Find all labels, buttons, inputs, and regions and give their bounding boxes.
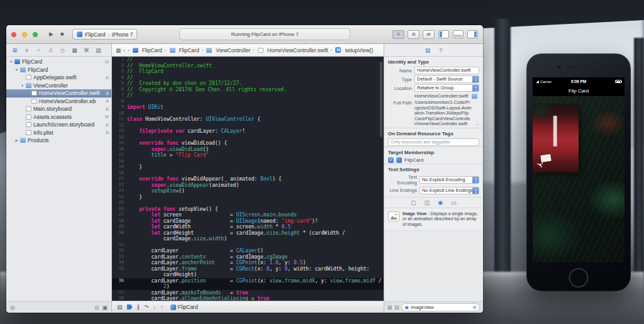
code-line[interactable]: 34 cardLayer.anchorPoint = CGPoint(x: 1.… xyxy=(112,260,384,266)
code-line[interactable]: 14 xyxy=(112,135,384,141)
disclosure-triangle-icon[interactable]: ▶ xyxy=(14,138,19,142)
navigator-row-appdelegate-swift[interactable]: AppDelegate.swiftA xyxy=(6,74,111,82)
toggle-inspector-button[interactable] xyxy=(467,30,478,38)
recent-files-icon[interactable]: ⊙ xyxy=(94,304,99,311)
code-line[interactable]: cardImage.size.width) xyxy=(112,236,384,242)
jumpbar-crumb[interactable]: FlipCard xyxy=(169,47,199,53)
code-line[interactable]: 32 cardLayer = CALayer() xyxy=(112,248,384,254)
pause-button-icon[interactable]: ∥ xyxy=(137,304,140,310)
code-line[interactable]: 11class HomeViewController: UIViewContro… xyxy=(112,116,384,123)
jumpbar-crumb[interactable]: HomeViewController.swift xyxy=(257,47,328,53)
code-line[interactable]: 10 xyxy=(112,111,384,117)
run-button[interactable]: ▶ xyxy=(47,30,55,38)
stop-button[interactable]: ■ xyxy=(58,30,65,38)
code-line[interactable]: 36 cardLayer.position = CGPoint(x: view.… xyxy=(112,278,384,284)
code-line[interactable]: 38 cardLayer.allowsEdgeAntialiasing = tr… xyxy=(112,296,384,301)
code-line[interactable]: 21 override func viewDidAppear(_ animate… xyxy=(112,176,384,182)
navigator-row-main-storyboard[interactable]: Main.storyboardA xyxy=(6,105,111,113)
code-line[interactable]: 2) xyxy=(112,284,384,290)
library-entry-image-view[interactable]: Image View - Displays a single image, or… xyxy=(384,208,483,232)
clear-filter-icon[interactable]: ⊗ xyxy=(472,304,477,310)
jumpbar-crumb[interactable]: ViewController xyxy=(206,47,250,53)
standard-editor-button[interactable]: ≡ xyxy=(392,30,404,39)
code-line[interactable]: 29 let cardWidth = screen.width * 0.5 xyxy=(112,224,384,230)
text-encoding-dropdown[interactable]: No Explicit Encoding xyxy=(419,176,479,184)
code-line[interactable]: 27 let screen = UIScreen.main.bounds xyxy=(112,212,384,218)
code-line[interactable]: 15 override func viewDidLoad() { xyxy=(112,140,384,147)
code-line[interactable]: 35 cardLayer.frame = CGRect(x: 0, y: 0, … xyxy=(112,266,384,272)
zoom-window-button[interactable] xyxy=(33,32,38,37)
navigator-filter-icon[interactable]: ◎ xyxy=(10,304,15,311)
hide-debug-area-icon[interactable]: ▤ xyxy=(117,304,123,310)
code-line[interactable]: 28 let cardImage = UIImage(named: "img-c… xyxy=(112,218,384,225)
breakpoints-toggle-icon[interactable] xyxy=(127,304,133,310)
assistant-editor-button[interactable]: ⊚ xyxy=(408,30,419,39)
issue-navigator-icon[interactable]: ⚠ xyxy=(45,47,57,53)
code-area[interactable]: 1//2// HomeViewController.swift3// FlipC… xyxy=(112,57,384,301)
toggle-debug-area-button[interactable] xyxy=(453,30,464,38)
code-line[interactable]: 20 xyxy=(112,170,384,177)
file-template-library-icon[interactable]: ▢ xyxy=(411,199,416,206)
version-editor-button[interactable]: ⇄ xyxy=(423,30,435,39)
navigator-row-flipcard[interactable]: ▼FlipCardM xyxy=(6,58,111,66)
disclosure-triangle-icon[interactable]: ▼ xyxy=(19,84,25,87)
odr-tags-input[interactable]: Only resources are taggable xyxy=(388,138,479,146)
code-line[interactable]: 31 xyxy=(112,242,384,249)
step-out-icon[interactable]: ↑ xyxy=(160,304,164,310)
choose-location-folder-icon[interactable] xyxy=(472,94,477,99)
code-line[interactable]: 24 } xyxy=(112,194,384,201)
code-line[interactable]: 3// FlipCard xyxy=(112,69,384,75)
editor-scrollbar[interactable] xyxy=(380,62,382,137)
debug-navigator-icon[interactable]: ▦ xyxy=(69,47,80,53)
code-line[interactable]: 33 cardLayer.contents = cardImage.cgImag… xyxy=(112,254,384,260)
minimize-window-button[interactable] xyxy=(22,32,27,37)
step-over-icon[interactable]: ↷ xyxy=(144,304,149,310)
name-field[interactable]: HomeViewController.swift xyxy=(414,67,479,74)
line-endings-dropdown[interactable]: No Explicit Line Endings xyxy=(419,187,479,194)
symbol-navigator-icon[interactable]: ≡ xyxy=(21,47,33,53)
code-line[interactable]: 17 title = "Flip Card" xyxy=(112,152,384,159)
report-navigator-icon[interactable]: ▤ xyxy=(92,47,104,53)
code-line[interactable]: 23 setupView() xyxy=(112,188,384,194)
code-line[interactable]: 8 xyxy=(112,99,384,105)
close-window-button[interactable] xyxy=(11,32,16,37)
code-line[interactable]: 6// Copyright © 2017年 Don Chen. All righ… xyxy=(112,87,384,93)
find-navigator-icon[interactable]: ⌕ xyxy=(33,47,45,53)
code-line[interactable]: 18 xyxy=(112,159,384,165)
location-dropdown[interactable]: Relative to Group xyxy=(414,84,479,92)
code-line[interactable]: 26 private func setupView() { xyxy=(112,206,384,213)
object-library-icon[interactable]: ◉ xyxy=(438,199,443,206)
list-view-icon[interactable]: ⊟ xyxy=(394,304,399,311)
source-control-status-icon[interactable]: ▣ xyxy=(102,304,108,311)
jumpbar-crumb[interactable]: FlipCard xyxy=(132,47,162,53)
code-line[interactable]: 16 super.viewDidLoad() xyxy=(112,147,384,153)
navigator-row-assets-xcassets[interactable]: Assets.xcassetsM xyxy=(6,113,111,121)
breakpoint-navigator-icon[interactable]: ⌘ xyxy=(80,47,92,53)
media-library-icon[interactable]: ▭ xyxy=(451,199,457,206)
file-inspector-tab-icon[interactable]: ▤ xyxy=(425,47,431,53)
reveal-in-finder-arrow-icon[interactable]: → xyxy=(474,121,479,127)
type-dropdown[interactable]: Default - Swift Source xyxy=(414,75,479,83)
code-line[interactable]: 7// xyxy=(112,92,384,99)
navigator-row-homeviewcontroller-xib[interactable]: HomeViewController.xibA xyxy=(6,98,111,106)
disclosure-triangle-icon[interactable]: ▼ xyxy=(14,68,19,72)
code-line[interactable]: 19 } xyxy=(112,164,384,170)
navigator-row-info-plist[interactable]: Info.plistA xyxy=(6,129,111,137)
snippet-library-icon[interactable]: ◫ xyxy=(425,199,430,206)
flip-card-image[interactable] xyxy=(533,104,579,172)
toggle-navigator-button[interactable] xyxy=(438,30,449,38)
navigator-row-homeviewcontroller-swift[interactable]: HomeViewController.swiftA xyxy=(6,89,111,98)
library-filter-input[interactable]: ◉ imageView ⊗ xyxy=(401,303,480,311)
code-line[interactable]: 13 fileprivate var cardLayer: CALayer! xyxy=(112,128,384,135)
disclosure-triangle-icon[interactable]: ▼ xyxy=(8,60,14,64)
home-button[interactable] xyxy=(569,268,589,288)
go-forward-button[interactable]: › xyxy=(128,47,130,53)
jumpbar-crumb[interactable]: MsetupView() xyxy=(335,47,373,53)
code-line[interactable]: 12 xyxy=(112,123,384,129)
navigator-row-flipcard[interactable]: ▼FlipCard xyxy=(6,66,111,74)
target-membership-checkbox[interactable] xyxy=(388,157,394,163)
quick-help-tab-icon[interactable]: ? xyxy=(439,47,442,53)
navigator-row-viewcontroller[interactable]: ▼ViewController xyxy=(6,82,111,90)
code-line[interactable]: 30 let cardHeight = cardImage.size.heigh… xyxy=(112,230,384,237)
test-navigator-icon[interactable]: ◇ xyxy=(57,47,69,53)
